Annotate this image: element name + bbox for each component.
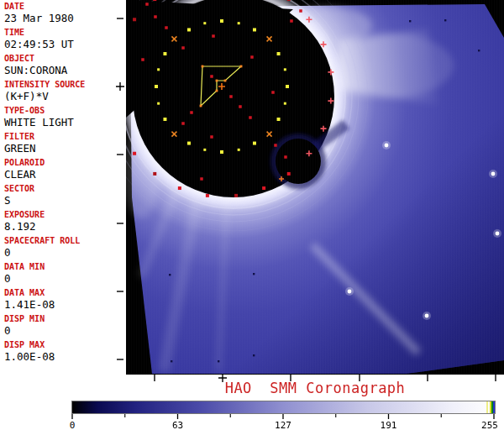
coronagraph-image[interactable] — [126, 0, 504, 375]
field-value: SUN:CORONA — [4, 64, 126, 76]
sidebar-field-spacecraft-roll: SPACECRAFT ROLL0 — [0, 236, 126, 262]
colorbar-tick-label: 63 — [172, 420, 183, 430]
colorbar-tick-label: 0 — [70, 420, 76, 430]
sidebar-field-disp-max: DISP MAX1.00E-08 — [0, 340, 126, 366]
field-label: DATA MIN — [4, 262, 126, 272]
field-value: 0 — [4, 246, 126, 259]
sidebar-field-intensity-source: INTENSITY SOURCE(K+F)*V — [0, 80, 126, 106]
field-value: S — [4, 194, 126, 207]
field-value: 02:49:53 UT — [4, 38, 126, 50]
field-value: 23 Mar 1980 — [4, 12, 126, 24]
field-label: SECTOR — [4, 184, 126, 194]
metadata-sidebar: DATE23 Mar 1980TIME02:49:53 UTOBJECTSUN:… — [0, 0, 126, 378]
sidebar-field-data-max: DATA MAX1.41E-08 — [0, 288, 126, 314]
sidebar-field-date: DATE23 Mar 1980 — [0, 2, 126, 28]
field-label: DATE — [4, 2, 126, 12]
field-value: (K+F)*V — [4, 90, 126, 102]
colorbar — [71, 401, 496, 414]
sidebar-field-exposure: EXPOSURE8.192 — [0, 210, 126, 236]
coronagraph-viewer: DATE23 Mar 1980TIME02:49:53 UTOBJECTSUN:… — [0, 0, 504, 430]
field-label: DISP MIN — [4, 314, 126, 324]
sidebar-field-sector: SECTORS — [0, 184, 126, 210]
colorbar-annotation-stripe — [495, 401, 496, 414]
sidebar-field-disp-min: DISP MIN0 — [0, 314, 126, 340]
colorbar-annotation-stripe — [486, 401, 488, 414]
sidebar-field-polaroid: POLAROIDCLEAR — [0, 158, 126, 184]
field-label: TIME — [4, 28, 126, 38]
field-value: GREEN — [4, 142, 126, 155]
sidebar-field-data-min: DATA MIN0 — [0, 262, 126, 288]
image-title: HAO SMM Coronagraph — [126, 380, 504, 396]
secondary-occulter-disk — [276, 139, 321, 184]
field-value: 1.41E-08 — [4, 298, 126, 311]
field-label: INTENSITY SOURCE — [4, 80, 126, 90]
colorbar-tick-label: 191 — [381, 420, 397, 430]
left-axis-ticks — [114, 0, 126, 375]
field-label: OBJECT — [4, 54, 126, 64]
sidebar-field-type-obs: TYPE-OBSWHITE LIGHT — [0, 106, 126, 132]
sidebar-field-filter: FILTERGREEN — [0, 132, 126, 158]
colorbar-tick-label: 127 — [275, 420, 291, 430]
field-value: 8.192 — [4, 220, 126, 233]
field-label: DATA MAX — [4, 288, 126, 298]
colorbar-wrap: 063127191255 — [71, 401, 496, 429]
field-label: POLAROID — [4, 158, 126, 168]
sidebar-field-time: TIME02:49:53 UT — [0, 28, 126, 54]
field-label: TYPE-OBS — [4, 106, 126, 116]
field-value: WHITE LIGHT — [4, 116, 126, 128]
colorbar-tick-label: 255 — [481, 420, 498, 430]
field-label: DISP MAX — [4, 340, 126, 350]
field-value: 1.00E-08 — [4, 350, 126, 363]
field-label: SPACECRAFT ROLL — [4, 236, 126, 246]
sidebar-field-object: OBJECTSUN:CORONA — [0, 54, 126, 80]
field-value: 0 — [4, 272, 126, 285]
field-value: 0 — [4, 324, 126, 337]
field-value: CLEAR — [4, 168, 126, 181]
field-label: FILTER — [4, 132, 126, 142]
field-label: EXPOSURE — [4, 210, 126, 220]
coronagraph-canvas — [126, 0, 504, 375]
